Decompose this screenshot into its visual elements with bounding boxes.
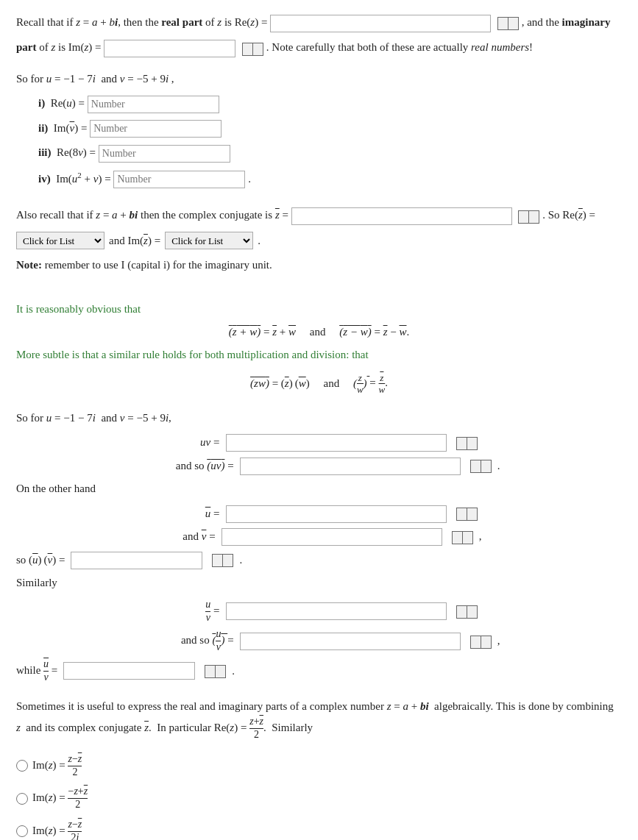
zw-plus-left: (z + w) = z + w	[229, 326, 296, 338]
radio-3[interactable]	[16, 825, 28, 837]
uvbar-input[interactable]	[240, 458, 461, 475]
copy-icons-7[interactable]	[450, 527, 473, 547]
re-zbar-dropdown[interactable]: Click for List	[16, 232, 104, 249]
comma-2: ,	[497, 632, 500, 651]
part-iii-line: iii) Re(8v) =	[38, 143, 622, 163]
copy-icon-6b[interactable]	[467, 508, 478, 521]
re-8v-input[interactable]	[99, 145, 230, 163]
recall-text-4: . Note carefully that both of these are …	[266, 41, 533, 53]
copy-icon-6a[interactable]	[456, 508, 467, 521]
page-container: Recall that if z = a + bi, then the real…	[16, 13, 622, 840]
copy-icons-8[interactable]	[210, 551, 233, 570]
note-line: Note: remember to use I (capital i) for …	[16, 256, 622, 275]
also-recall-line: Also recall that if z = a + bi then the …	[16, 206, 622, 225]
copy-icon-7b[interactable]	[462, 531, 473, 544]
vbar-label: and v =	[157, 527, 216, 547]
u-over-v-line: uv =	[16, 599, 622, 624]
while-input[interactable]	[63, 662, 195, 680]
ubar-line: u =	[16, 505, 622, 524]
period-1: .	[248, 173, 251, 185]
copy-icons-6[interactable]	[454, 505, 478, 524]
radio-2[interactable]	[16, 793, 28, 805]
copy-icon-10b[interactable]	[481, 636, 492, 649]
note-label: Note:	[16, 259, 42, 271]
radio-option-1: Im(z) = z−z2	[16, 753, 622, 779]
sometimes-paragraph: Sometimes it is useful to express the re…	[16, 697, 622, 741]
obvious-line: It is reasonably obvious that	[16, 300, 622, 319]
uv-definition-2: So for u = −1 − 7i and v = −5 + 9i,	[16, 409, 622, 428]
conjugate-mult-div-eq: (zw) = (z) (w) and (zw) = zw.	[16, 372, 622, 396]
copy-icon-11b[interactable]	[215, 665, 226, 678]
copy-icon-7a[interactable]	[452, 531, 463, 544]
uv-label: uv =	[161, 433, 220, 452]
ubarvbar-input[interactable]	[71, 552, 202, 569]
radio-option-2: Im(z) = −z+z2	[16, 786, 622, 811]
copy-icon-10a[interactable]	[470, 636, 481, 649]
conjugate-input[interactable]	[291, 207, 512, 225]
uv-definition: So for u = −1 − 7i and v = −5 + 9i ,	[16, 70, 622, 89]
zw-mult-eq: (zw) = (z) (w)	[250, 377, 310, 388]
part-iii-label: iii) Re(8v) =	[38, 146, 99, 158]
copy-icon-8b[interactable]	[222, 554, 233, 567]
radio-3-label: Im(z) = z−z2i	[32, 819, 82, 840]
note-body: remember to use I (capital i) for the im…	[45, 259, 272, 271]
recall-text-1: Recall that if z = a + bi, then the real…	[16, 16, 270, 28]
u-over-v-bar-label: and so (uv) =	[138, 628, 234, 654]
uv-input[interactable]	[226, 434, 447, 452]
copy-icon-5a[interactable]	[470, 460, 481, 473]
copy-icons-5[interactable]	[468, 457, 492, 476]
part-ii-line: ii) Im(v) =	[38, 119, 622, 138]
im-u2v-input[interactable]	[113, 171, 245, 188]
copy-icon-1a[interactable]	[497, 17, 508, 30]
vbar-input[interactable]	[221, 528, 442, 546]
copy-icons-11[interactable]	[202, 662, 226, 681]
and-im-text: and Im(z) =	[109, 232, 160, 251]
ubar-vbar-line: so (u) (v) = .	[16, 551, 622, 570]
recall-text-2: , and the imaginary	[522, 16, 611, 28]
recall-imaginary-part-line: part of z is Im(z) = . Note carefully th…	[16, 38, 622, 57]
copy-icon-9a[interactable]	[456, 605, 467, 619]
period-3: .	[497, 457, 500, 476]
copy-icon-4a[interactable]	[456, 437, 467, 450]
zw-minus-left: (z − w) = z − w.	[339, 326, 409, 338]
u-over-v-bar-input[interactable]	[240, 633, 461, 650]
vbar-line: and v = ,	[16, 527, 622, 547]
u-over-v-bar-line: and so (uv) = ,	[16, 628, 622, 654]
part-i-line: i) Re(u) =	[38, 94, 622, 113]
copy-icon-5b[interactable]	[481, 460, 492, 473]
copy-icons-9[interactable]	[454, 602, 478, 621]
radio-1[interactable]	[16, 760, 28, 772]
radio-1-label: Im(z) = z−z2	[32, 753, 82, 779]
re-u-input[interactable]	[88, 96, 219, 113]
radio-option-3: Im(z) = z−z2i	[16, 819, 622, 840]
copy-icons-10[interactable]	[468, 632, 492, 651]
copy-icon-9b[interactable]	[467, 605, 478, 619]
copy-icon-3b[interactable]	[528, 210, 539, 224]
click-for-list-row: Click for List and Im(z) = Click for Lis…	[16, 232, 622, 251]
part-iv-line: iv) Im(u2 + v) = .	[38, 168, 622, 189]
other-hand-line: On the other hand	[16, 480, 622, 499]
recall-text-3: part of z is Im(z) =	[16, 41, 104, 53]
copy-icon-2a[interactable]	[242, 43, 253, 56]
imaginary-part-input[interactable]	[104, 40, 235, 57]
im-vbar-input[interactable]	[90, 120, 221, 138]
copy-icon-1b[interactable]	[508, 17, 519, 30]
real-part-input[interactable]	[270, 15, 491, 32]
u-over-v-input[interactable]	[226, 602, 447, 620]
similarly-line: Similarly	[16, 574, 622, 593]
copy-icons-1[interactable]	[495, 14, 519, 33]
copy-icons-4[interactable]	[454, 433, 478, 452]
copy-icon-11a[interactable]	[205, 665, 216, 678]
part-i-label: i) Re(u) =	[38, 97, 88, 109]
ubar-input[interactable]	[226, 505, 447, 523]
copy-icon-8a[interactable]	[212, 554, 223, 567]
copy-icon-4b[interactable]	[467, 437, 478, 450]
copy-icon-2b[interactable]	[252, 43, 263, 56]
subtle-line: More subtle is that a similar rule holds…	[16, 346, 622, 365]
period-4: .	[239, 551, 242, 570]
im-zbar-dropdown[interactable]: Click for List	[165, 232, 253, 249]
copy-icons-2[interactable]	[240, 39, 263, 58]
copy-icon-3a[interactable]	[518, 210, 529, 224]
period-5: .	[232, 662, 235, 681]
copy-icons-3[interactable]	[516, 207, 539, 226]
